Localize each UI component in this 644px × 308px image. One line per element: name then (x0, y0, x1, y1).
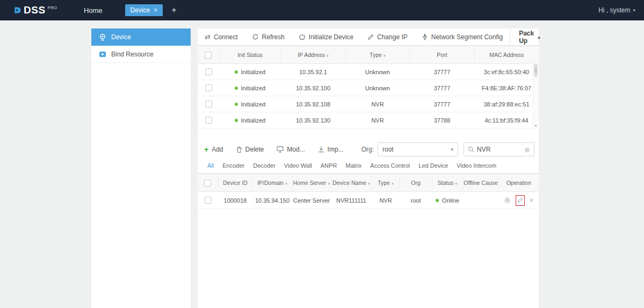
download-icon (318, 146, 324, 153)
network-segment-config-button[interactable]: Network Segment Config (415, 28, 510, 45)
scroll-down-arrow-icon[interactable]: ▾ (533, 123, 538, 128)
sort-icon[interactable]: ♦ (383, 53, 386, 58)
sort-icon[interactable]: ♦ (285, 181, 287, 186)
tab-led-device[interactable]: Led Device (414, 162, 452, 169)
col-ip-domain[interactable]: IP/Domain♦ (252, 174, 292, 192)
remove-device-button[interactable]: × (530, 196, 534, 204)
col-label: Status (438, 180, 454, 186)
devices-toolbar: + Add Delete Mod... (198, 141, 539, 157)
col-type[interactable]: Type♦ (372, 174, 400, 192)
col-device-name[interactable]: Device Name♦ (331, 174, 372, 192)
col-operation: Operation (498, 174, 539, 192)
col-label: Device ID (223, 180, 248, 186)
org-select[interactable]: root ▾ (378, 142, 458, 156)
content-area: Device Bind Resource ⇄ Connect (0, 20, 644, 308)
col-type[interactable]: Type♦ (345, 46, 410, 64)
nav-home[interactable]: Home (84, 6, 103, 15)
tab-anpr[interactable]: ANPR (316, 162, 342, 169)
tab-close-icon[interactable]: × (154, 6, 157, 14)
add-button[interactable]: + Add (198, 146, 230, 153)
delete-button[interactable]: Delete (230, 146, 271, 153)
tab-all[interactable]: All (203, 162, 218, 169)
col-label: IP/Domain (257, 180, 284, 186)
cell-select (198, 112, 219, 128)
scrollbar-thumb[interactable] (534, 64, 538, 77)
cell-type: Unknown (345, 80, 410, 96)
cell-type: Unknown (345, 64, 410, 80)
tab-device[interactable]: Device × (125, 4, 163, 16)
cell-select (198, 80, 219, 96)
cell-mac: F4:8E:38:AF:76:07 (474, 80, 539, 96)
refresh-icon (252, 33, 259, 40)
initialize-device-button[interactable]: Initialize Device (292, 28, 360, 45)
tab-access-control[interactable]: Access Control (366, 162, 414, 169)
new-tab-button[interactable]: + (171, 5, 176, 15)
cell-init-status: Initialized (219, 64, 281, 80)
col-home-server[interactable]: Home Server♦ (292, 174, 331, 192)
initialize-device-label: Initialize Device (309, 33, 353, 41)
modify-label: Mod... (287, 146, 305, 153)
col-org: Org (400, 174, 432, 192)
col-ip-address[interactable]: IP Address♦ (281, 46, 345, 64)
cell-type: NVR (345, 96, 410, 112)
col-label: Home Server (293, 180, 327, 186)
tab-encoder[interactable]: Encoder (218, 162, 249, 169)
network-segment-config-label: Network Segment Config (431, 33, 503, 41)
user-menu[interactable]: Hi , system ▾ (598, 6, 635, 14)
row-checkbox[interactable] (205, 197, 212, 204)
col-label: Offline Cause (464, 180, 497, 186)
bind-resource-icon (99, 51, 106, 58)
row-checkbox[interactable] (205, 117, 212, 124)
caret-down-icon: ▾ (633, 8, 635, 13)
clear-search-icon[interactable]: ⊗ (524, 146, 530, 153)
sidebar-item-bind-resource[interactable]: Bind Resource (91, 46, 191, 63)
cell-offline-cause (463, 192, 498, 209)
cell-ip: 10.35.92.130 (281, 112, 345, 128)
cell-device-id: 1000018 (218, 192, 252, 209)
status-text: Online (442, 197, 459, 204)
power-clock-icon (299, 33, 306, 40)
col-status[interactable]: Status♦ (432, 174, 463, 192)
sidebar: Device Bind Resource (91, 28, 191, 308)
device-config-button[interactable] (504, 197, 511, 204)
refresh-button[interactable]: Refresh (245, 28, 292, 45)
modify-button[interactable]: Mod... (270, 146, 311, 153)
search-input[interactable] (477, 146, 522, 153)
dss-logo-icon (14, 5, 21, 16)
select-all-checkbox[interactable] (205, 52, 212, 59)
sort-icon[interactable]: ♦ (327, 53, 329, 58)
import-button[interactable]: Imp... (312, 146, 350, 153)
col-device-id: Device ID (218, 174, 252, 192)
sort-icon[interactable]: ♦ (368, 181, 370, 186)
discover-toolbar-right: Network Segment Config Pack Up ▴ (415, 28, 549, 45)
cell-device-name: NVR111111 (331, 192, 372, 209)
sort-icon[interactable]: ♦ (392, 181, 394, 186)
col-label: Type (378, 180, 390, 186)
tab-decoder[interactable]: Decoder (249, 162, 280, 169)
sort-icon[interactable]: ♦ (328, 181, 330, 186)
table-scrollbar[interactable]: ▾ (533, 63, 538, 128)
col-label: Type (370, 52, 382, 58)
dss-logo: DSS PRO (14, 5, 57, 16)
cell-ip: 10.35.92.108 (281, 96, 345, 112)
tab-video-wall[interactable]: Video Wall (280, 162, 316, 169)
chevron-up-icon: ▴ (538, 34, 540, 40)
select-all-checkbox[interactable] (204, 180, 211, 187)
select-all-cell (198, 46, 219, 64)
search-box[interactable]: ⊗ (464, 142, 534, 156)
sidebar-item-device[interactable]: Device (91, 28, 191, 46)
sort-icon[interactable]: ♦ (455, 181, 457, 186)
row-checkbox[interactable] (205, 68, 212, 75)
row-checkbox[interactable] (205, 101, 212, 108)
row-checkbox[interactable] (205, 84, 212, 91)
connect-button[interactable]: ⇄ Connect (198, 28, 245, 45)
tab-video-intercom[interactable]: Video Intercom (452, 162, 501, 169)
change-ip-button[interactable]: Change IP (360, 28, 415, 45)
status-dot (235, 119, 238, 122)
cell-init-status: Initialized (219, 112, 281, 128)
edit-device-button-highlighted[interactable] (516, 195, 525, 206)
tab-matrix[interactable]: Matrix (341, 162, 366, 169)
pack-up-button[interactable]: Pack Up ▴ (510, 28, 549, 45)
status-dot (235, 87, 238, 90)
discover-toolbar: ⇄ Connect Refresh Initialize Device (198, 28, 539, 46)
